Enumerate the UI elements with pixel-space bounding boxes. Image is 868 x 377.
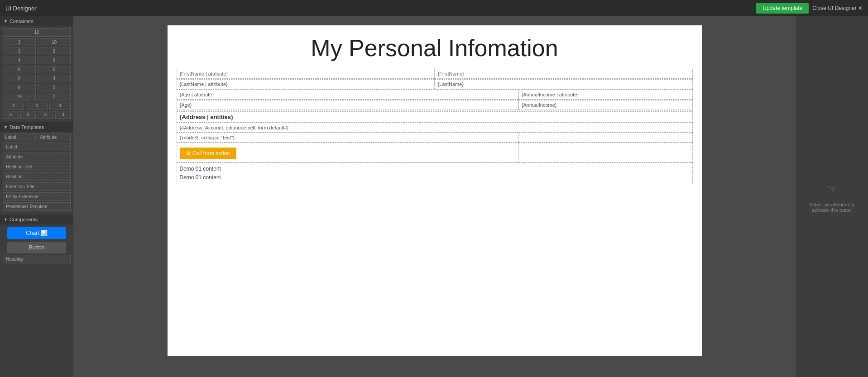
containers-label: Containers [10,19,34,24]
dt-attribute[interactable]: Attribute [3,153,71,161]
container-col-2[interactable]: 2 [3,38,36,46]
components-arrow-icon: ▼ [4,217,8,222]
heading-component-item[interactable]: Heading [3,255,71,263]
close-designer-button[interactable]: Close UI Designer ✕ [812,5,863,11]
app-title: UI Designer [5,5,37,12]
entity-cell-address-account[interactable]: {#Address_Account, editmode:cell, form:d… [177,123,693,133]
container-col-3c[interactable]: 3 [3,111,19,119]
container-col-3a[interactable]: 3 [3,48,36,55]
age-value-cell[interactable]: {Age} [177,100,518,110]
container-col-3d[interactable]: 3 [20,111,36,119]
canvas: My Personal Infomation {FirstName | attr… [168,25,702,356]
dt-extension-title[interactable]: Extention Title [3,182,71,191]
container-col-2b[interactable]: 2 [38,93,71,100]
entity-cell-model3[interactable]: {'model3, collapse:'Test''} [177,133,519,143]
dt-relation-title[interactable]: Relation Title [3,162,71,171]
container-col-6b[interactable]: 6 [38,66,71,73]
container-8-4: 8 4 [3,75,71,82]
dt-attribute-item[interactable]: Attribute [38,134,71,141]
chart-component-button[interactable]: Chart 📊 [7,227,66,239]
container-2-10: 2 10 [3,38,71,46]
right-panel: ☞ Select an element to activate this pan… [796,16,868,377]
dt-label-item[interactable]: Label [3,134,36,141]
container-col-4d[interactable]: 4 [26,102,47,110]
data-templates-section-header[interactable]: ▼ Data Templates [0,122,73,132]
container-col-8a[interactable]: 8 [38,57,71,64]
container-9-3: 9 3 [3,84,71,91]
call-form-cell: ⚙ Call form action [177,143,519,162]
call-form-empty-cell [519,143,693,162]
container-col-4c[interactable]: 4 [3,102,24,110]
main-layout: ▼ Containers 12 2 10 3 9 4 8 6 6 8 4 9 3 [0,16,868,377]
topbar: UI Designer Update template Close UI Des… [0,0,868,16]
age-label-cell[interactable]: {Age | attribute} [177,90,518,100]
call-form-action-button[interactable]: ⚙ Call form action [180,148,237,159]
container-col-6a[interactable]: 6 [3,66,36,73]
demo-line-2: Demo 01 content [180,173,690,182]
annualincome-value-cell[interactable]: {AnnualIncome} [518,100,693,110]
components-section-header[interactable]: ▼ Components [0,215,73,224]
container-col-10b[interactable]: 10 [3,93,36,100]
call-form-row: ⚙ Call form action [177,143,693,162]
container-4-8: 4 8 [3,57,71,64]
container-3-3-3-3: 3 3 3 3 [3,111,71,119]
dt-label[interactable]: Label [3,143,71,151]
data-templates-arrow-icon: ▼ [4,125,8,129]
firstname-label-cell[interactable]: {FirstName | attribute} [177,69,435,79]
form-row-age-annualincome-value: {Age} {AnnualIncome} [177,100,693,110]
container-col-3f[interactable]: 3 [55,111,71,119]
entity-header: {Address | entities} [177,111,693,123]
container-6-6: 6 6 [3,66,71,73]
dt-relation[interactable]: Relation [3,172,71,181]
container-col-9[interactable]: 9 [38,48,71,55]
button-component-button[interactable]: Button [7,242,66,253]
container-10-2: 10 2 [3,93,71,100]
entity-cell-empty [519,133,693,143]
container-col-9b[interactable]: 9 [3,84,36,91]
container-col-4a[interactable]: 4 [3,57,36,64]
firstname-value-cell[interactable]: {FirstName} [435,69,693,79]
topbar-actions: Update template Close UI Designer ✕ [756,3,863,14]
container-12[interactable]: 12 [3,28,71,37]
container-col-8b[interactable]: 8 [3,75,36,82]
container-col-3b[interactable]: 3 [38,84,71,91]
lastname-label-cell[interactable]: {LastName | attribute} [177,79,435,89]
canvas-title: My Personal Infomation [177,34,693,62]
demo-content: Demo 01 content Demo 01 content [177,162,693,184]
dt-label-attribute-row: Label Attribute [3,134,71,141]
containers-section-header[interactable]: ▼ Containers [0,16,73,26]
components-label: Components [10,217,38,222]
form-row-firstname: {FirstName | attribute} {FirstName} [177,69,693,79]
form-row-age-annualincome-label: {Age | attribute} {AnnualIncome | attrib… [177,90,693,100]
container-col-4e[interactable]: 4 [49,102,71,110]
canvas-area: My Personal Infomation {FirstName | attr… [73,16,796,377]
left-sidebar: ▼ Containers 12 2 10 3 9 4 8 6 6 8 4 9 3 [0,16,73,377]
container-4-4-4: 4 4 4 [3,102,71,110]
data-templates-label: Data Templates [10,124,44,130]
container-3-9: 3 9 [3,48,71,55]
annualincome-label-cell[interactable]: {AnnualIncome | attribute} [518,90,693,100]
cursor-icon: ☞ [825,181,839,198]
form-row-lastname: {LastName | attribute} {LastName} [177,79,693,90]
containers-arrow-icon: ▼ [4,19,8,24]
dt-predefined-template[interactable]: Predefined Template [3,202,71,211]
container-col-3e[interactable]: 3 [38,111,53,119]
lastname-value-cell[interactable]: {LastName} [435,79,693,89]
container-col-4b[interactable]: 4 [38,75,71,82]
dt-entity-extension[interactable]: Entity Extension [3,192,71,201]
container-col-10[interactable]: 10 [38,38,71,46]
entity-row-1: {#Address_Account, editmode:cell, form:d… [177,123,693,133]
select-hint: Select an element to activate this panel [796,202,868,213]
update-template-button[interactable]: Update template [756,3,809,14]
entity-row-2: {'model3, collapse:'Test''} [177,133,693,143]
demo-line-1: Demo 01 content [180,165,690,173]
